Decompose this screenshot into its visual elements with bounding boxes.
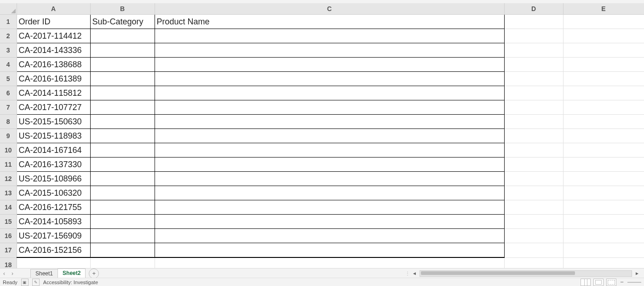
row-header-7[interactable]: 7 (0, 100, 17, 115)
cell-B12[interactable] (90, 172, 155, 186)
cell-C9[interactable] (155, 129, 504, 143)
cell-B13[interactable] (90, 186, 155, 200)
cell-D4[interactable] (504, 58, 563, 72)
cell-D8[interactable] (504, 115, 563, 129)
cell-E14[interactable] (563, 200, 644, 215)
cell-B7[interactable] (90, 100, 155, 115)
cell-E12[interactable] (563, 172, 644, 186)
cell-E1[interactable] (563, 15, 644, 29)
column-header-B[interactable]: B (90, 3, 155, 15)
cell-E15[interactable] (563, 215, 644, 229)
cell-E17[interactable] (563, 243, 644, 258)
cell-B15[interactable] (90, 215, 155, 229)
column-header-E[interactable]: E (563, 3, 644, 15)
cell-C10[interactable] (155, 143, 504, 158)
cell-A2[interactable]: CA-2017-114412 (17, 29, 90, 43)
cell-B5[interactable] (90, 72, 155, 86)
cell-C5[interactable] (155, 72, 504, 86)
cell-E4[interactable] (563, 58, 644, 72)
cell-B4[interactable] (90, 58, 155, 72)
cell-E5[interactable] (563, 72, 644, 86)
cell-B9[interactable] (90, 129, 155, 143)
cell-A4[interactable]: CA-2016-138688 (17, 58, 90, 72)
row-header-12[interactable]: 12 (0, 172, 17, 186)
cell-B1[interactable]: Sub-Category (90, 15, 155, 29)
cell-C14[interactable] (155, 200, 504, 215)
cell-D15[interactable] (504, 215, 563, 229)
cell-E18[interactable] (563, 257, 644, 268)
cell-C4[interactable] (155, 58, 504, 72)
cell-A3[interactable]: CA-2014-143336 (17, 43, 90, 58)
cell-C8[interactable] (155, 115, 504, 129)
horizontal-scrollbar-thumb[interactable] (421, 271, 575, 275)
row-header-5[interactable]: 5 (0, 72, 17, 86)
column-header-D[interactable]: D (504, 3, 563, 15)
cell-B11[interactable] (90, 158, 155, 172)
horizontal-scrollbar[interactable] (420, 270, 632, 277)
select-all-corner[interactable] (0, 3, 17, 15)
cell-B8[interactable] (90, 115, 155, 129)
cell-B14[interactable] (90, 200, 155, 215)
macro-record-icon[interactable]: ▣ (21, 279, 29, 286)
cell-D3[interactable] (504, 43, 563, 58)
cell-E8[interactable] (563, 115, 644, 129)
row-header-10[interactable]: 10 (0, 143, 17, 158)
cell-A17[interactable]: CA-2016-152156 (17, 243, 90, 258)
sheet-tab-sheet2[interactable]: Sheet2 (58, 268, 86, 279)
cell-A5[interactable]: CA-2016-161389 (17, 72, 90, 86)
zoom-out-button[interactable]: − (619, 279, 625, 286)
cell-A9[interactable]: US-2015-118983 (17, 129, 90, 143)
cell-A6[interactable]: CA-2014-115812 (17, 86, 90, 100)
cell-C15[interactable] (155, 215, 504, 229)
cell-C11[interactable] (155, 158, 504, 172)
cell-B3[interactable] (90, 43, 155, 58)
cell-D12[interactable] (504, 172, 563, 186)
cell-A11[interactable]: CA-2016-137330 (17, 158, 90, 172)
cell-D18[interactable] (504, 257, 563, 268)
cell-C2[interactable] (155, 29, 504, 43)
cell-A14[interactable]: CA-2016-121755 (17, 200, 90, 215)
cell-C3[interactable] (155, 43, 504, 58)
row-header-6[interactable]: 6 (0, 86, 17, 100)
cell-A18[interactable] (17, 257, 90, 268)
row-header-18[interactable]: 18 (0, 257, 17, 268)
cell-A16[interactable]: US-2017-156909 (17, 229, 90, 243)
row-header-2[interactable]: 2 (0, 29, 17, 43)
cell-E7[interactable] (563, 100, 644, 115)
cell-E9[interactable] (563, 129, 644, 143)
row-header-13[interactable]: 13 (0, 186, 17, 200)
row-header-9[interactable]: 9 (0, 129, 17, 143)
cell-E11[interactable] (563, 158, 644, 172)
cell-C7[interactable] (155, 100, 504, 115)
cell-D17[interactable] (504, 243, 563, 258)
cell-B10[interactable] (90, 143, 155, 158)
row-header-4[interactable]: 4 (0, 58, 17, 72)
cell-A10[interactable]: CA-2014-167164 (17, 143, 90, 158)
column-header-A[interactable]: A (17, 3, 90, 15)
new-sheet-button[interactable]: + (89, 268, 99, 279)
row-header-15[interactable]: 15 (0, 215, 17, 229)
cell-C18[interactable] (155, 257, 504, 268)
cell-A7[interactable]: CA-2017-107727 (17, 100, 90, 115)
row-header-11[interactable]: 11 (0, 158, 17, 172)
cell-C1[interactable]: Product Name (155, 15, 504, 29)
cell-A8[interactable]: US-2015-150630 (17, 115, 90, 129)
cell-E6[interactable] (563, 86, 644, 100)
cell-E16[interactable] (563, 229, 644, 243)
cell-C16[interactable] (155, 229, 504, 243)
row-header-14[interactable]: 14 (0, 200, 17, 215)
hscroll-right-arrow-icon[interactable]: ► (634, 271, 640, 276)
cell-D7[interactable] (504, 100, 563, 115)
cell-A15[interactable]: CA-2014-105893 (17, 215, 90, 229)
spreadsheet-grid[interactable]: A B C D E 1Order IDSub-CategoryProduct N… (0, 3, 644, 268)
sheet-tab-sheet1[interactable]: Sheet1 (30, 269, 58, 278)
cell-D14[interactable] (504, 200, 563, 215)
cell-D5[interactable] (504, 72, 563, 86)
view-normal-button[interactable] (581, 279, 591, 286)
cell-A13[interactable]: CA-2015-106320 (17, 186, 90, 200)
cell-E3[interactable] (563, 43, 644, 58)
cell-B6[interactable] (90, 86, 155, 100)
row-header-1[interactable]: 1 (0, 15, 17, 29)
tab-scroll-right-button[interactable]: › (8, 269, 17, 278)
cell-D13[interactable] (504, 186, 563, 200)
